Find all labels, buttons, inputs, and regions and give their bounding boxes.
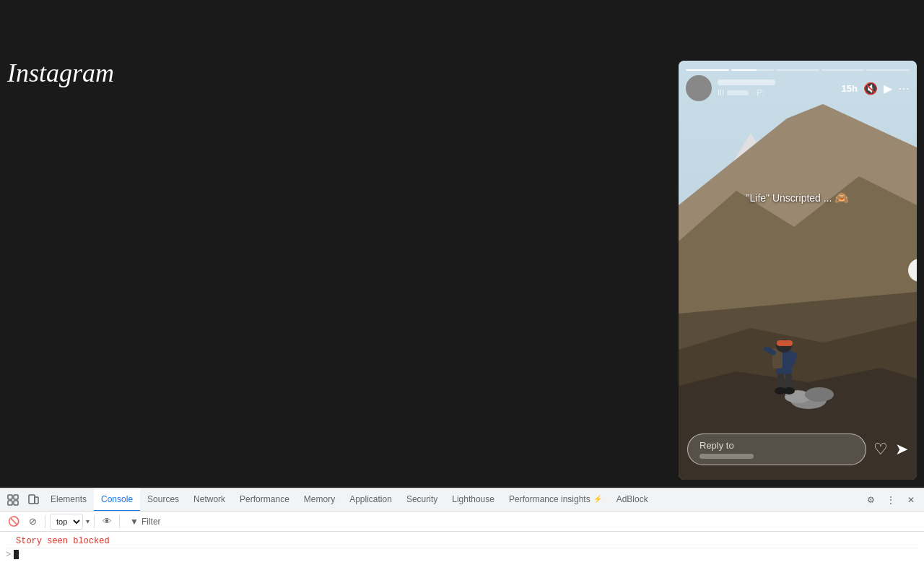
progress-segment-5 bbox=[866, 69, 910, 71]
story-meta: III · P: bbox=[718, 88, 836, 97]
filter-icon: ▼ bbox=[130, 517, 139, 527]
filter-button[interactable]: ▼ Filter bbox=[124, 514, 167, 530]
tab-elements[interactable]: Elements bbox=[43, 488, 94, 512]
story-progress bbox=[686, 69, 910, 71]
context-selector[interactable]: top bbox=[50, 514, 83, 530]
devtools-tab-bar: Elements Console Sources Network Perform… bbox=[0, 488, 924, 512]
console-output-text: Story seen blocked bbox=[16, 536, 110, 546]
device-toolbar-button[interactable] bbox=[23, 490, 43, 510]
story-pause-indicator: III bbox=[718, 88, 724, 97]
story-time: 15h bbox=[842, 83, 858, 94]
toolbar-divider-3 bbox=[119, 515, 120, 528]
avatar bbox=[686, 75, 712, 101]
context-dropdown-arrow: ▾ bbox=[86, 517, 90, 525]
eye-button[interactable]: 👁 bbox=[99, 514, 115, 530]
svg-rect-26 bbox=[14, 501, 18, 505]
inspect-element-button[interactable] bbox=[3, 490, 23, 510]
mute-button[interactable]: 🔇 bbox=[863, 82, 878, 95]
terrain-svg bbox=[679, 61, 917, 480]
progress-segment-2 bbox=[731, 69, 775, 71]
like-button[interactable]: ♡ bbox=[873, 440, 888, 459]
tab-adblock[interactable]: AdBlock bbox=[609, 488, 655, 512]
story-dot: · bbox=[751, 88, 754, 97]
devtools-panel: Elements Console Sources Network Perform… bbox=[0, 488, 924, 578]
devtools-toolbar: 🚫 ⊘ top ▾ 👁 ▼ Filter bbox=[0, 512, 924, 532]
tab-memory[interactable]: Memory bbox=[297, 488, 342, 512]
tab-performance[interactable]: Performance bbox=[232, 488, 297, 512]
more-options-button[interactable]: ⋯ bbox=[898, 82, 910, 95]
svg-point-12 bbox=[805, 387, 834, 402]
svg-rect-23 bbox=[8, 495, 12, 499]
story-caption-emoji: 🙈 bbox=[834, 191, 849, 204]
story-user-info: III · P: bbox=[718, 79, 836, 97]
story-image: "Life" Unscripted ... 🙈 bbox=[679, 61, 917, 480]
close-devtools-button[interactable]: ✕ bbox=[901, 490, 921, 510]
story-controls[interactable]: 🔇 ▶ ⋯ bbox=[863, 82, 910, 95]
console-cursor bbox=[14, 550, 19, 559]
tab-console[interactable]: Console bbox=[94, 488, 140, 512]
reply-username-placeholder bbox=[699, 454, 754, 459]
progress-segment-1 bbox=[686, 69, 729, 71]
block-requests-button[interactable]: ⊘ bbox=[25, 514, 40, 530]
tab-lighthouse[interactable]: Lighthouse bbox=[445, 488, 502, 512]
console-log-line: Story seen blocked bbox=[6, 535, 918, 548]
tab-sources[interactable]: Sources bbox=[140, 488, 186, 512]
toolbar-divider-1 bbox=[45, 515, 45, 528]
settings-button[interactable]: ⚙ bbox=[860, 490, 881, 510]
tab-network[interactable]: Network bbox=[186, 488, 232, 512]
performance-insights-icon: ⚡ bbox=[593, 495, 602, 503]
play-button[interactable]: ▶ bbox=[884, 82, 892, 95]
progress-segment-3 bbox=[776, 69, 819, 71]
progress-segment-4 bbox=[821, 69, 865, 71]
instagram-logo: Instagram bbox=[7, 58, 114, 88]
devtools-console: Story seen blocked > bbox=[0, 532, 924, 578]
svg-rect-28 bbox=[35, 497, 38, 504]
story-p-indicator: P: bbox=[757, 88, 764, 97]
svg-rect-16 bbox=[777, 340, 793, 346]
svg-rect-18 bbox=[785, 374, 792, 389]
svg-rect-25 bbox=[8, 501, 12, 505]
svg-rect-17 bbox=[777, 374, 784, 389]
reply-label: Reply to bbox=[699, 440, 854, 451]
story-reply-area: Reply to ♡ ➤ bbox=[687, 434, 908, 465]
svg-rect-24 bbox=[14, 495, 18, 499]
toolbar-divider-2 bbox=[94, 515, 95, 528]
story-container: III · P: 15h 🔇 ▶ ⋯ bbox=[679, 61, 917, 480]
username-placeholder bbox=[718, 79, 775, 85]
story-caption-text: "Life" Unscripted ... bbox=[746, 192, 832, 204]
clear-console-button[interactable]: 🚫 bbox=[6, 514, 22, 530]
story-sub-bar bbox=[727, 90, 749, 95]
tab-performance-insights[interactable]: Performance insights ⚡ bbox=[502, 488, 609, 512]
svg-rect-27 bbox=[29, 495, 35, 504]
share-button[interactable]: ➤ bbox=[895, 440, 908, 459]
tab-security[interactable]: Security bbox=[399, 488, 445, 512]
svg-point-22 bbox=[783, 387, 795, 394]
main-content: Instagram III · P: 15h bbox=[0, 0, 924, 488]
console-input-line[interactable]: > bbox=[6, 548, 918, 561]
filter-label: Filter bbox=[141, 517, 161, 527]
story-caption-overlay: "Life" Unscripted ... 🙈 bbox=[746, 191, 850, 204]
console-prompt-symbol: > bbox=[6, 550, 11, 560]
tab-application[interactable]: Application bbox=[342, 488, 399, 512]
story-header: III · P: 15h 🔇 ▶ ⋯ bbox=[686, 75, 910, 101]
more-tools-button[interactable]: ⋮ bbox=[881, 490, 901, 510]
reply-input-container[interactable]: Reply to bbox=[687, 434, 866, 465]
